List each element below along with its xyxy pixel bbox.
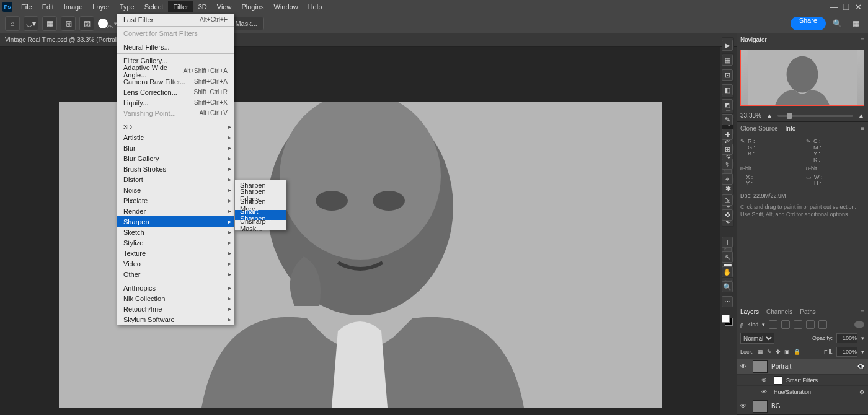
filter-item-anthropics[interactable]: Anthropics <box>117 282 234 293</box>
menu-type[interactable]: Type <box>115 1 140 12</box>
panel-menu-icon[interactable]: ≡ <box>861 308 864 315</box>
filter-item-video[interactable]: Video <box>117 258 234 269</box>
filter-item-other[interactable]: Other <box>117 269 234 279</box>
filter-settings-icon[interactable]: ⚙ <box>859 389 864 395</box>
zoom-in-icon[interactable]: ▲ <box>858 112 864 119</box>
tool-6[interactable]: ✚ <box>722 129 733 140</box>
menu-window[interactable]: Window <box>269 1 303 12</box>
share-button[interactable]: Share <box>790 17 826 30</box>
panel-menu-icon[interactable]: ≡ <box>861 37 864 43</box>
tool-8[interactable]: ⚕ <box>722 159 733 170</box>
filter-toggle[interactable] <box>854 321 864 328</box>
fg-bg-swatch[interactable] <box>722 315 733 326</box>
navigator-tab[interactable]: Navigator <box>740 37 767 43</box>
tool-2[interactable]: ⊡ <box>722 69 733 81</box>
tool-5[interactable]: ✎ <box>722 114 733 125</box>
filter-item-lens-correction-[interactable]: Lens Correction...Shift+Ctrl+R <box>117 87 234 97</box>
maximize-button[interactable]: ❐ <box>843 2 850 12</box>
filter-smart-icon[interactable] <box>818 320 827 329</box>
tool-19[interactable]: ⋯ <box>722 296 733 307</box>
zoom-value[interactable]: 33.33% <box>740 112 761 119</box>
tool-18[interactable]: 🔍 <box>722 281 733 292</box>
mode-add-icon[interactable]: ▦ <box>42 16 57 31</box>
lock-transparent-icon[interactable]: ▦ <box>758 349 763 355</box>
mode-intersect-icon[interactable]: ▨ <box>79 16 94 31</box>
layer-row[interactable]: 👁Portrait👁‍🗨 <box>737 359 868 375</box>
menu-filter[interactable]: Filter <box>168 1 193 12</box>
filter-item-neural-filters-[interactable]: Neural Filters... <box>117 42 234 52</box>
clone-source-tab[interactable]: Clone Source <box>740 125 778 132</box>
blend-mode-select[interactable]: Normal <box>740 333 774 344</box>
lock-position-icon[interactable]: ✥ <box>776 349 781 355</box>
close-button[interactable]: ✕ <box>855 2 862 12</box>
workspace-icon[interactable]: ▦ <box>848 16 863 31</box>
search-icon[interactable]: 🔍 <box>830 16 844 31</box>
filter-item-nik-collection[interactable]: Nik Collection <box>117 293 234 304</box>
menu-edit[interactable]: Edit <box>37 1 59 12</box>
tool-4[interactable]: ◩ <box>722 99 733 110</box>
tool-16[interactable]: ↖ <box>722 251 733 263</box>
paths-tab[interactable]: Paths <box>800 308 816 315</box>
filter-item-noise[interactable]: Noise <box>117 185 234 195</box>
filter-adjust-icon[interactable] <box>781 320 790 329</box>
panel-menu-icon[interactable]: ≡ <box>861 125 864 132</box>
layer-thumb[interactable] <box>753 400 768 413</box>
opacity-input[interactable] <box>836 333 857 343</box>
navigator-thumbnail[interactable] <box>740 50 864 106</box>
link-icon[interactable]: 👁‍🗨 <box>857 363 864 370</box>
fill-input[interactable] <box>836 347 857 357</box>
filter-item-distort[interactable]: Distort <box>117 174 234 185</box>
visibility-icon[interactable]: 👁 <box>740 363 749 370</box>
filter-item-last-filter[interactable]: Last FilterAlt+Ctrl+F <box>117 14 234 25</box>
lock-all-icon[interactable]: 🔒 <box>794 349 800 355</box>
menu-file[interactable]: File <box>16 1 37 12</box>
visibility-icon[interactable]: 👁 <box>761 389 770 395</box>
tool-1[interactable]: ▦ <box>722 55 733 66</box>
lock-artboard-icon[interactable]: ▣ <box>784 349 790 355</box>
filter-pixel-icon[interactable] <box>769 320 777 329</box>
zoom-slider[interactable] <box>777 115 853 117</box>
tool-15[interactable]: T <box>722 237 733 248</box>
menu-layer[interactable]: Layer <box>87 1 115 12</box>
filter-item-blur-gallery[interactable]: Blur Gallery <box>117 153 234 164</box>
tool-9[interactable]: ⌖ <box>722 173 733 185</box>
sharpen-item-unsharp-mask-[interactable]: Unsharp Mask... <box>235 220 286 230</box>
tool-preset-picker[interactable]: ◡▾ <box>24 16 38 31</box>
filter-item-skylum-software[interactable]: Skylum Software <box>117 314 234 325</box>
tool-7[interactable]: ⊞ <box>722 144 733 155</box>
mode-subtract-icon[interactable]: ▧ <box>61 16 76 31</box>
filter-item-stylize[interactable]: Stylize <box>117 237 234 248</box>
tool-17[interactable]: ✋ <box>722 266 733 277</box>
filter-item-retouch4me[interactable]: Retouch4me <box>117 304 234 314</box>
filter-entry[interactable]: Hue/Saturation <box>774 389 811 395</box>
lock-image-icon[interactable]: ✎ <box>767 349 772 355</box>
filter-item-texture[interactable]: Texture <box>117 248 234 258</box>
menu-help[interactable]: Help <box>303 1 327 12</box>
filter-item-liquify-[interactable]: Liquify...Shift+Ctrl+X <box>117 97 234 108</box>
filter-item-3d[interactable]: 3D <box>117 121 234 132</box>
filter-item-blur[interactable]: Blur <box>117 142 234 153</box>
layers-tab[interactable]: Layers <box>740 308 759 315</box>
menu-3d[interactable]: 3D <box>193 1 212 12</box>
layer-row[interactable]: 👁BG <box>737 398 868 414</box>
zoom-out-icon[interactable]: ▲ <box>766 112 773 119</box>
tool-11[interactable]: ⇲ <box>722 194 733 206</box>
minimize-button[interactable]: — <box>830 2 838 12</box>
visibility-icon[interactable]: 👁 <box>761 377 770 383</box>
channels-tab[interactable]: Channels <box>766 308 792 315</box>
filter-item-camera-raw-filter-[interactable]: Camera Raw Filter...Shift+Ctrl+A <box>117 76 234 87</box>
menu-image[interactable]: Image <box>59 1 88 12</box>
menu-view[interactable]: View <box>212 1 237 12</box>
tool-12[interactable]: ✜ <box>722 209 733 221</box>
filter-item-sketch[interactable]: Sketch <box>117 227 234 237</box>
filter-type-icon[interactable] <box>794 320 802 329</box>
visibility-icon[interactable]: 👁 <box>740 403 749 409</box>
filter-item-sharpen[interactable]: Sharpen <box>117 216 234 227</box>
filter-item-brush-strokes[interactable]: Brush Strokes <box>117 164 234 174</box>
filter-shape-icon[interactable] <box>806 320 815 329</box>
filter-item-render[interactable]: Render <box>117 206 234 216</box>
tool-3[interactable]: ◧ <box>722 84 733 95</box>
tool-0[interactable]: ▶ <box>722 40 733 51</box>
filter-item-adaptive-wide-angle-[interactable]: Adaptive Wide Angle...Alt+Shift+Ctrl+A <box>117 66 234 76</box>
layer-thumb[interactable] <box>753 360 768 373</box>
